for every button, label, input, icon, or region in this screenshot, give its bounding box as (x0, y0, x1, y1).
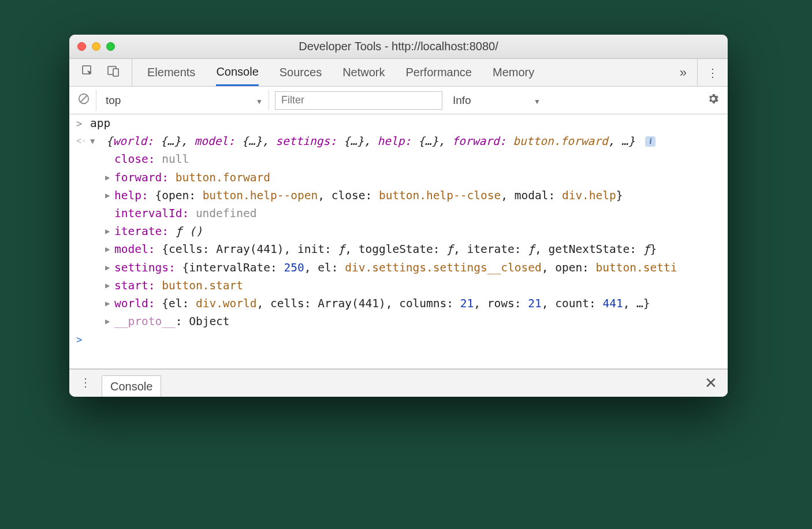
console-output: > app <· ▼ {world: {…}, model: {…}, sett… (69, 114, 728, 368)
info-icon[interactable]: i (645, 136, 655, 147)
chevron-down-icon (534, 94, 541, 107)
prop-iterate[interactable]: ▶iterate: ƒ () (105, 222, 728, 240)
inspect-icon[interactable] (81, 64, 95, 81)
svg-line-4 (81, 96, 87, 102)
svg-rect-2 (113, 69, 118, 76)
titlebar: Developer Tools - http://localhost:8080/ (69, 35, 728, 59)
prop-intervalid[interactable]: intervalId: undefined (105, 204, 728, 222)
log-level-selector[interactable]: Info (448, 94, 541, 107)
expand-icon[interactable]: ▶ (105, 315, 114, 327)
prop-forward[interactable]: ▶forward: button.forward (105, 169, 728, 187)
maximize-window-button[interactable] (106, 42, 115, 51)
prompt-icon: > (76, 332, 82, 348)
prop-world[interactable]: ▶world: {el: div.world, cells: Array(441… (105, 295, 728, 312)
clear-console-icon[interactable] (77, 92, 90, 108)
drawer: Console ✕ (69, 369, 728, 397)
tabs-overflow-icon[interactable]: » (669, 59, 697, 86)
prop-close[interactable]: close: null (105, 150, 728, 168)
prompt-icon: > (76, 116, 82, 132)
tab-network[interactable]: Network (342, 59, 385, 86)
prop-model[interactable]: ▶model: {cells: Array(441), init: ƒ, tog… (105, 240, 728, 258)
prop-settings[interactable]: ▶settings: {intervalRate: 250, el: div.s… (105, 259, 728, 277)
tab-performance[interactable]: Performance (406, 59, 472, 86)
prop-help[interactable]: ▶help: {open: button.help--open, close: … (105, 187, 728, 204)
console-return-line[interactable]: <· ▼ {world: {…}, model: {…}, settings: … (69, 132, 728, 150)
panel-tabs: Elements Console Sources Network Perform… (132, 59, 669, 86)
console-input-line: > app (69, 114, 728, 132)
toolbar-left (69, 59, 132, 86)
gear-icon[interactable] (707, 92, 720, 108)
filter-input[interactable] (275, 91, 442, 110)
expand-icon[interactable]: ▶ (105, 279, 114, 292)
console-input-text[interactable]: app (90, 117, 110, 130)
chevron-down-icon (256, 94, 263, 107)
log-level-label: Info (453, 94, 471, 107)
expand-icon[interactable]: ▶ (105, 171, 114, 184)
expand-icon[interactable]: ▶ (105, 189, 114, 202)
tab-sources[interactable]: Sources (280, 59, 322, 86)
close-window-button[interactable] (77, 42, 86, 51)
minimize-window-button[interactable] (92, 42, 100, 51)
drawer-tab-console[interactable]: Console (102, 375, 161, 397)
context-selector[interactable]: top (102, 94, 263, 107)
devtools-window: Developer Tools - http://localhost:8080/… (69, 35, 728, 397)
expand-toggle[interactable]: ▼ (90, 135, 99, 147)
console-prompt[interactable]: > (69, 330, 728, 344)
return-icon: <· (76, 134, 87, 148)
expand-icon[interactable]: ▶ (105, 225, 114, 237)
traffic-lights (77, 42, 115, 51)
tab-memory[interactable]: Memory (493, 59, 534, 86)
drawer-menu-icon[interactable] (69, 378, 102, 389)
prop-proto[interactable]: ▶__proto__: Object (105, 312, 728, 330)
object-properties: close: null ▶forward: button.forward ▶he… (69, 150, 728, 330)
divider (96, 90, 96, 110)
context-label: top (106, 94, 121, 107)
console-toolbar: top Info (69, 87, 728, 114)
expand-icon[interactable]: ▶ (105, 243, 114, 255)
expand-icon[interactable]: ▶ (105, 297, 114, 310)
object-summary: {world: {…}, model: {…}, settings: {…}, … (106, 135, 642, 148)
close-icon[interactable]: ✕ (694, 374, 728, 392)
tab-console[interactable]: Console (216, 59, 258, 86)
panel-tabbar: Elements Console Sources Network Perform… (69, 59, 728, 87)
settings-menu-icon[interactable] (697, 59, 728, 86)
window-title: Developer Tools - http://localhost:8080/ (69, 40, 728, 53)
divider (269, 90, 269, 110)
prop-start[interactable]: ▶start: button.start (105, 277, 728, 295)
expand-icon[interactable]: ▶ (105, 261, 114, 274)
tab-elements[interactable]: Elements (147, 59, 195, 86)
device-toggle-icon[interactable] (106, 64, 120, 81)
